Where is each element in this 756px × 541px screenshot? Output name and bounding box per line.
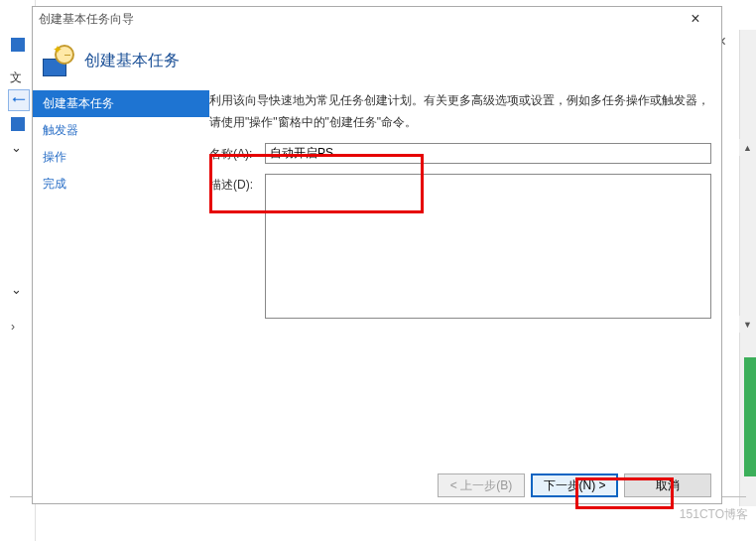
name-row: 名称(A):	[209, 143, 711, 164]
bg-app-label: 文	[10, 69, 22, 86]
help-text: 利用该向导快速地为常见任务创建计划。有关更多高级选项或设置，例如多任务操作或触发…	[209, 90, 711, 133]
description-row: 描述(D):	[209, 174, 711, 319]
back-arrow-icon[interactable]: ⭠	[8, 89, 30, 111]
bg-tree-chevron2-icon[interactable]: ⌄	[11, 282, 22, 297]
bg-tree-expand-icon[interactable]: ›	[11, 320, 15, 334]
bg-scroll-down-icon[interactable]: ▼	[739, 316, 756, 333]
description-input[interactable]	[265, 174, 711, 319]
watermark-text: 151CTO博客	[680, 506, 748, 523]
close-icon: ×	[691, 10, 699, 28]
close-button[interactable]: ×	[676, 7, 715, 31]
wizard-content: 利用该向导快速地为常见任务创建计划。有关更多高级选项或设置，例如多任务操作或触发…	[209, 90, 721, 487]
dialog-title: 创建基本任务向导	[39, 11, 676, 28]
step-trigger[interactable]: 触发器	[33, 117, 209, 144]
name-label: 名称(A):	[209, 143, 265, 163]
dialog-heading: 创建基本任务	[84, 51, 180, 71]
bg-scroll-up-icon[interactable]: ▲	[739, 139, 756, 156]
step-create-basic-task[interactable]: 创建基本任务	[33, 90, 209, 117]
step-action[interactable]: 操作	[33, 144, 209, 171]
bg-tree-chevron-icon[interactable]: ⌄	[11, 140, 22, 155]
wizard-dialog: 创建基本任务向导 × ✦ 创建基本任务 创建基本任务 触发器 操作 完成 利用该…	[32, 6, 722, 504]
titlebar: 创建基本任务向导 ×	[33, 7, 721, 31]
description-label: 描述(D):	[209, 174, 265, 194]
name-input[interactable]	[265, 143, 711, 164]
cancel-button[interactable]: 取消	[624, 473, 711, 497]
dialog-footer: < 上一步(B) 下一步(N) > 取消	[438, 473, 711, 497]
step-finish[interactable]: 完成	[33, 171, 209, 198]
bg-accent-strip	[744, 357, 756, 476]
back-button: < 上一步(B)	[438, 473, 525, 497]
wizard-steps: 创建基本任务 触发器 操作 完成	[33, 90, 209, 487]
bg-app-icon	[11, 38, 25, 52]
wizard-icon: ✦	[43, 45, 74, 76]
bg-tree-icon	[11, 117, 25, 131]
dialog-header: ✦ 创建基本任务	[33, 31, 721, 90]
next-button[interactable]: 下一步(N) >	[531, 473, 618, 497]
